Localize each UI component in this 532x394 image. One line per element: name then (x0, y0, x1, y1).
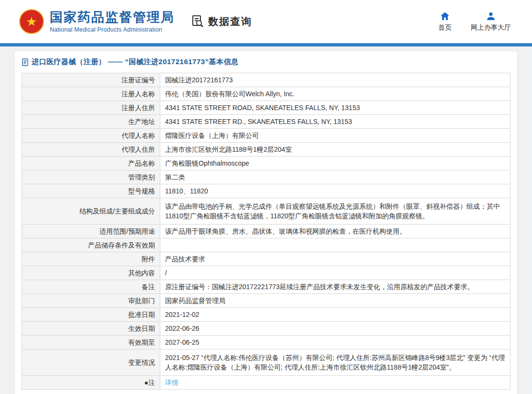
row-label: 管理类别 (22, 170, 160, 184)
table-row: 管理类别 第二类 (22, 170, 510, 184)
row-label: 注册证编号 (22, 73, 160, 87)
top-nav: 首页 网上办事大厅 (438, 11, 511, 32)
table-row: ●注 详情 (22, 376, 510, 390)
registration-info-table: 注册证编号 国械注进20172161773 注册人名称 伟伦（美国）股份有限公司… (22, 73, 510, 390)
row-value: / (160, 266, 510, 280)
site-header: ★ 国家药品监督管理局 National Medical Products Ad… (0, 0, 532, 43)
site-title: 国家药品监督管理局 (50, 10, 175, 25)
row-value: 11810、11820 (160, 184, 510, 198)
row-label: 其他内容 (22, 266, 160, 280)
table-row: 代理人名称 熠隆医疗设备（上海）有限公司 (22, 129, 510, 143)
row-value: 2027-06-25 (160, 336, 510, 349)
row-label: 适用范围/预期用途 (22, 225, 160, 238)
nav-label: 首页 (438, 23, 452, 32)
row-label: 变更情况 (22, 349, 160, 376)
home-icon (440, 11, 450, 21)
row-value: 详情 (160, 376, 510, 390)
row-label: 注册人住所 (22, 101, 160, 115)
row-value: 该产品由带电池的手柄、光学总成件（单目观察望远镜系统及光源系统）和附件（眼罩、斜… (160, 198, 510, 225)
row-label: 生产地址 (22, 115, 160, 129)
site-subtitle: National Medical Products Administration (50, 26, 175, 33)
row-value: 熠隆医疗设备（上海）有限公司 (160, 129, 510, 143)
row-value: 4341 STATE STREET ROAD, SKANEATELES FALL… (160, 101, 510, 115)
table-row: 审批部门 国家药品监督管理局 (22, 294, 510, 308)
table-row: 产品储存条件及有效期 (22, 238, 510, 252)
row-label: 产品储存条件及有效期 (22, 238, 160, 252)
row-label: 结构及组成/主要组成成分 (22, 198, 160, 225)
row-label: 批准日期 (22, 308, 160, 322)
brand: ★ 国家药品监督管理局 National Medical Products Ad… (19, 9, 175, 34)
row-label: 代理人住所 (22, 143, 160, 157)
info-table-wrap: 注册证编号 国械注进20172161773 注册人名称 伟伦（美国）股份有限公司… (15, 72, 517, 390)
row-label: 型号规格 (22, 184, 160, 198)
row-label: 备注 (22, 280, 160, 294)
row-value (160, 238, 510, 252)
table-row: 批准日期 2021-12-02 (22, 308, 510, 322)
row-value: 2021-05-27 “代理人名称:伟伦医疗设备（苏州）有限公司; 代理人住所:… (160, 349, 510, 376)
table-row: 有效期至 2027-06-25 (22, 336, 510, 349)
row-value: 4341 STATE STREET RD., SKANEATELES FALLS… (160, 115, 510, 129)
detail-link[interactable]: 详情 (165, 379, 178, 386)
page-title-bar: 进口医疗器械（注册） —— “国械注进20172161773”基本信息 (15, 51, 517, 72)
nav-item-home[interactable]: 首页 (438, 11, 452, 32)
table-row: 型号规格 11810、11820 (22, 184, 510, 198)
row-label: 产品名称 (22, 157, 160, 170)
nav-label: 网上办事大厅 (471, 23, 511, 32)
table-row: 代理人住所 上海市徐汇区钦州北路1188号1幢2层204室 (22, 143, 510, 157)
table-row: 注册人名称 伟伦（美国）股份有限公司Welch Allyn, Inc. (22, 87, 510, 101)
row-value: 原注册证编号：国械注进20172221773延续注册产品技术要求未发生变化，沿用… (160, 280, 510, 294)
row-value: 该产品用于眼球角膜、房水、晶状体、玻璃体和视网膜的检查，在医疗机构使用。 (160, 225, 510, 238)
table-row: 生效日期 2022-06-26 (22, 322, 510, 336)
data-query-icon (191, 14, 205, 29)
row-label: 审批部门 (22, 294, 160, 308)
row-label: ●注 (22, 376, 160, 390)
table-row: 注册证编号 国械注进20172161773 (22, 73, 510, 87)
document-icon (22, 58, 28, 66)
person-icon (486, 11, 496, 21)
row-value: 广角检眼镜Ophthalmoscope (160, 157, 510, 170)
table-row: 适用范围/预期用途 该产品用于眼球角膜、房水、晶状体、玻璃体和视网膜的检查，在医… (22, 225, 510, 238)
header-divider-bar (0, 43, 532, 46)
row-label: 有效期至 (22, 336, 160, 349)
nav-item-service-hall[interactable]: 网上办事大厅 (471, 11, 511, 32)
table-row: 其他内容 / (22, 266, 510, 280)
table-row: 注册人住所 4341 STATE STREET ROAD, SKANEATELE… (22, 101, 510, 115)
table-row: 结构及组成/主要组成成分 该产品由带电池的手柄、光学总成件（单目观察望远镜系统及… (22, 198, 510, 225)
row-value: 国家药品监督管理局 (160, 294, 510, 308)
table-row: 产品名称 广角检眼镜Ophthalmoscope (22, 157, 510, 170)
row-label: 生效日期 (22, 322, 160, 336)
table-row: 备注 原注册证编号：国械注进20172221773延续注册产品技术要求未发生变化… (22, 280, 510, 294)
content-card: 进口医疗器械（注册） —— “国械注进20172161773”基本信息 注册证编… (14, 51, 518, 394)
row-label: 代理人名称 (22, 129, 160, 143)
row-value: 产品技术要求 (160, 252, 510, 266)
nmpa-emblem-logo: ★ (19, 9, 44, 34)
row-value: 2022-06-26 (160, 322, 510, 336)
row-value: 上海市徐汇区钦州北路1188号1幢2层204室 (160, 143, 510, 157)
module-title: 数据查询 (208, 15, 252, 28)
row-label: 附件 (22, 252, 160, 266)
table-row: 附件 产品技术要求 (22, 252, 510, 266)
row-value: 第二类 (160, 170, 510, 184)
row-value: 国械注进20172161773 (160, 73, 510, 87)
page-area: 进口医疗器械（注册） —— “国械注进20172161773”基本信息 注册证编… (0, 46, 532, 394)
table-row: 变更情况 2021-05-27 “代理人名称:伟伦医疗设备（苏州）有限公司; 代… (22, 349, 510, 376)
table-row: 生产地址 4341 STATE STREET RD., SKANEATELES … (22, 115, 510, 129)
row-value: 伟伦（美国）股份有限公司Welch Allyn, Inc. (160, 87, 510, 101)
row-value: 2021-12-02 (160, 308, 510, 322)
page-title: 进口医疗器械（注册） —— “国械注进20172161773”基本信息 (32, 57, 239, 67)
row-label: 注册人名称 (22, 87, 160, 101)
brand-text: 国家药品监督管理局 National Medical Products Admi… (50, 10, 175, 33)
data-query-module: 数据查询 (191, 14, 252, 29)
